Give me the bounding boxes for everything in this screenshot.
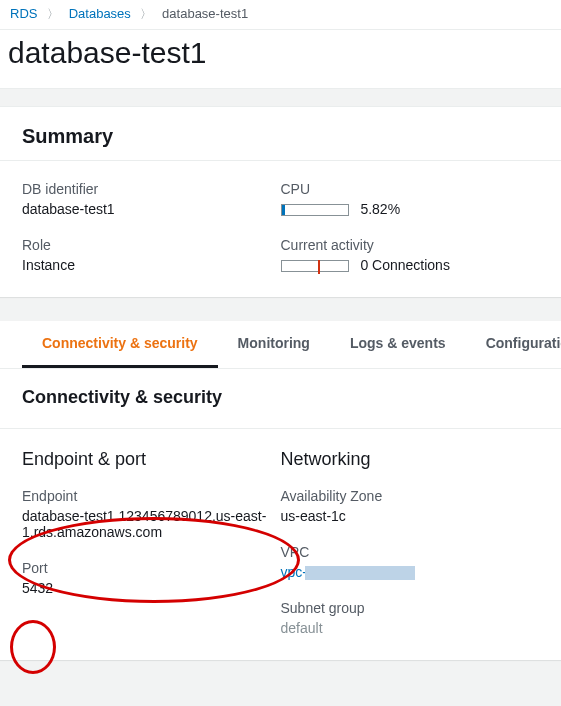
vpc-value: vpc- xyxy=(281,564,528,580)
vpc-redacted-icon xyxy=(305,566,415,580)
tab-logs[interactable]: Logs & events xyxy=(330,321,466,368)
endpoint-value: database-test1.123456789012.us-east-1.rd… xyxy=(22,508,269,540)
chevron-right-icon: 〉 xyxy=(140,7,152,21)
subnet-value: default xyxy=(281,620,528,636)
breadcrumb-rds[interactable]: RDS xyxy=(10,6,37,21)
activity-value: 0 Connections xyxy=(281,257,528,273)
endpoint-label: Endpoint xyxy=(22,488,269,504)
subnet-label: Subnet group xyxy=(281,600,528,616)
vpc-link[interactable]: vpc- xyxy=(281,564,307,580)
breadcrumb: RDS 〉 Databases 〉 database-test1 xyxy=(0,0,561,30)
az-value: us-east-1c xyxy=(281,508,528,524)
tab-configuration[interactable]: Configuration xyxy=(466,321,561,368)
summary-panel: Summary DB identifier database-test1 Rol… xyxy=(0,107,561,297)
cpu-label: CPU xyxy=(281,181,528,197)
activity-text: 0 Connections xyxy=(360,257,450,273)
cpu-value: 5.82% xyxy=(281,201,528,217)
az-label: Availability Zone xyxy=(281,488,528,504)
tab-connectivity[interactable]: Connectivity & security xyxy=(22,321,218,368)
port-value: 5432 xyxy=(22,580,269,596)
tab-monitoring[interactable]: Monitoring xyxy=(218,321,330,368)
chevron-right-icon: 〉 xyxy=(47,7,59,21)
connectivity-panel: Connectivity & security Endpoint & port … xyxy=(0,369,561,660)
activity-label: Current activity xyxy=(281,237,528,253)
cpu-percent: 5.82% xyxy=(360,201,400,217)
endpoint-port-heading: Endpoint & port xyxy=(22,449,269,470)
breadcrumb-databases[interactable]: Databases xyxy=(69,6,131,21)
port-label: Port xyxy=(22,560,269,576)
page-title: database-test1 xyxy=(0,30,561,89)
tabs: Connectivity & security Monitoring Logs … xyxy=(0,321,561,369)
activity-meter-icon xyxy=(281,260,349,272)
vpc-label: VPC xyxy=(281,544,528,560)
cpu-meter-icon xyxy=(281,204,349,216)
breadcrumb-current: database-test1 xyxy=(162,6,248,21)
db-identifier-label: DB identifier xyxy=(22,181,269,197)
db-identifier-value: database-test1 xyxy=(22,201,269,217)
networking-heading: Networking xyxy=(281,449,528,470)
role-label: Role xyxy=(22,237,269,253)
connectivity-heading: Connectivity & security xyxy=(22,387,539,408)
summary-heading: Summary xyxy=(22,125,539,148)
role-value: Instance xyxy=(22,257,269,273)
